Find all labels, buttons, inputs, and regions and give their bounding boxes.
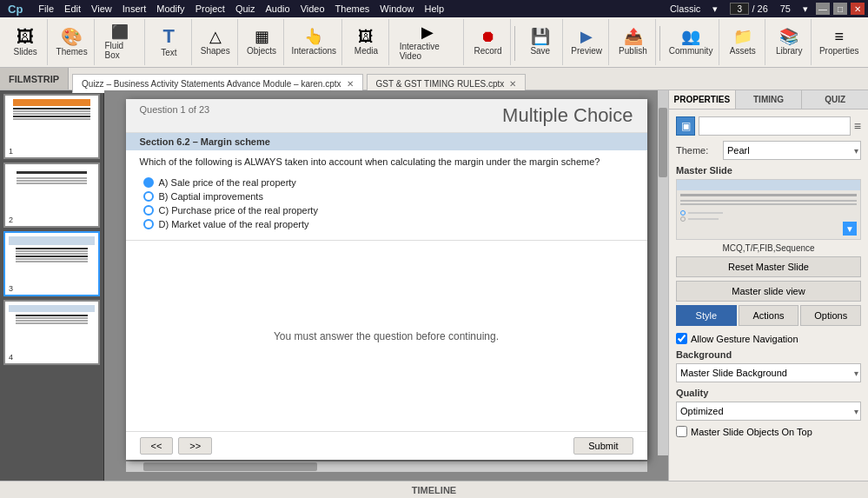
toolbar-group-preview: ▶ Preview bbox=[565, 19, 609, 65]
library-button[interactable]: 📚 Library bbox=[770, 27, 808, 57]
page-indicator-text: / 26 bbox=[726, 2, 772, 16]
menu-project[interactable]: Project bbox=[191, 3, 229, 15]
nav-prev-button[interactable]: << bbox=[140, 437, 174, 455]
menu-file[interactable]: File bbox=[34, 3, 58, 15]
slide-name-input[interactable] bbox=[699, 116, 851, 136]
style-actions-row: Style Actions Options bbox=[676, 305, 861, 326]
tab-quiz[interactable]: QUIZ bbox=[802, 90, 868, 109]
text-button[interactable]: T Text bbox=[149, 25, 188, 59]
objects-label: Objects bbox=[247, 46, 276, 56]
master-slide-objects-top-label: Master Slide Objects On Top bbox=[691, 427, 812, 437]
vertical-scrollbar-thumb[interactable] bbox=[659, 108, 667, 177]
menu-edit[interactable]: Edit bbox=[60, 3, 85, 15]
slide-option-b[interactable]: B) Captial improvements bbox=[143, 191, 630, 202]
filmstrip-slide-2[interactable]: 2 bbox=[3, 163, 100, 228]
menu-window[interactable]: Window bbox=[375, 3, 418, 15]
window-controls: Classic ▾ / 26 75 ▾ — □ ✕ bbox=[666, 2, 865, 16]
doc-tab-quizz1-close[interactable]: ✕ bbox=[347, 79, 354, 89]
interactions-button[interactable]: 👆 Interactions bbox=[288, 27, 340, 57]
page-current-input[interactable] bbox=[730, 3, 749, 15]
menu-bar: Cp File Edit View Insert Modify Project … bbox=[0, 0, 868, 17]
record-button[interactable]: ⏺ Record bbox=[469, 27, 507, 57]
slide-message: You must answer the question before cont… bbox=[126, 240, 647, 431]
horizontal-scrollbar[interactable] bbox=[126, 461, 647, 472]
submit-button[interactable]: Submit bbox=[573, 437, 633, 455]
reset-master-slide-button[interactable]: Reset Master Slide bbox=[676, 256, 861, 277]
toolbar-separator-1 bbox=[514, 26, 515, 61]
themes-label: Themes bbox=[56, 47, 88, 56]
tab-timing[interactable]: TIMING bbox=[736, 90, 803, 109]
quality-section-label: Quality bbox=[676, 388, 861, 398]
filmstrip-slide-3[interactable]: 3 bbox=[3, 231, 100, 296]
panel-options-icon[interactable]: ≡ bbox=[854, 119, 861, 133]
assets-button[interactable]: 📁 Assets bbox=[724, 27, 762, 57]
rp-icon-row: ▣ ≡ bbox=[676, 116, 861, 136]
slide-number-4: 4 bbox=[7, 353, 15, 362]
interactions-label: Interactions bbox=[291, 46, 336, 56]
radio-b[interactable] bbox=[143, 191, 154, 202]
menu-modify[interactable]: Modify bbox=[152, 3, 189, 15]
background-row: Master Slide Background ▾ bbox=[676, 363, 861, 382]
question-info: Question 1 of 23 bbox=[140, 104, 210, 115]
media-button[interactable]: 🖼 Media bbox=[347, 27, 385, 57]
menu-help[interactable]: Help bbox=[420, 3, 448, 15]
community-button[interactable]: 👥 Community bbox=[666, 27, 717, 57]
toolbar-group-community: 👥 Community bbox=[664, 19, 719, 65]
slide-header: Question 1 of 23 Multiple Choice bbox=[126, 99, 647, 133]
library-label: Library bbox=[776, 46, 803, 56]
save-button[interactable]: 💾 Save bbox=[521, 27, 560, 57]
nav-next-button[interactable]: >> bbox=[178, 437, 212, 455]
slide-option-d[interactable]: D) Market value of the real property bbox=[143, 219, 630, 229]
interactive-video-button[interactable]: ▶ Interactive Video bbox=[396, 23, 459, 63]
style-tab-options[interactable]: Options bbox=[800, 305, 861, 326]
quality-select[interactable]: Optimized bbox=[676, 402, 861, 421]
library-icon: 📚 bbox=[779, 29, 798, 44]
maximize-button[interactable]: □ bbox=[833, 3, 847, 15]
canvas-area: Question 1 of 23 Multiple Choice Section… bbox=[104, 90, 668, 481]
radio-a[interactable] bbox=[143, 177, 154, 188]
filmstrip-slide-1[interactable]: 1 bbox=[3, 94, 100, 159]
menu-themes[interactable]: Themes bbox=[331, 3, 374, 15]
style-tab-style[interactable]: Style bbox=[676, 305, 737, 326]
slides-button[interactable]: 🖼 Slides bbox=[6, 26, 44, 58]
theme-select[interactable]: Pearl bbox=[723, 141, 861, 160]
publish-icon: 📤 bbox=[624, 29, 643, 44]
mode-dropdown-icon[interactable]: ▾ bbox=[708, 3, 722, 16]
zoom-dropdown-icon[interactable]: ▾ bbox=[798, 3, 812, 16]
radio-c[interactable] bbox=[143, 205, 154, 216]
close-button[interactable]: ✕ bbox=[851, 3, 865, 15]
objects-button[interactable]: ▦ Objects bbox=[242, 27, 281, 57]
slide-option-c[interactable]: C) Purchase price of the real property bbox=[143, 205, 630, 216]
themes-button[interactable]: 🎨 Themes bbox=[53, 26, 91, 58]
menu-view[interactable]: View bbox=[87, 3, 116, 15]
menu-quiz[interactable]: Quiz bbox=[231, 3, 260, 15]
menu-insert[interactable]: Insert bbox=[118, 3, 151, 15]
community-label: Community bbox=[669, 46, 713, 56]
horizontal-scrollbar-thumb[interactable] bbox=[143, 462, 317, 471]
style-tab-actions[interactable]: Actions bbox=[739, 305, 799, 326]
master-slide-objects-top-checkbox[interactable] bbox=[676, 426, 687, 437]
properties-button[interactable]: ≡ Properties bbox=[816, 27, 863, 57]
publish-button[interactable]: 📤 Publish bbox=[614, 27, 653, 57]
menu-audio[interactable]: Audio bbox=[262, 3, 295, 15]
vertical-scrollbar[interactable] bbox=[658, 90, 668, 455]
background-select[interactable]: Master Slide Background bbox=[676, 363, 861, 382]
record-icon: ⏺ bbox=[480, 29, 496, 44]
filmstrip-tab[interactable]: FILMSTRIP bbox=[0, 68, 69, 90]
fluidbox-button[interactable]: ⬛ Fluid Box bbox=[101, 23, 139, 62]
tab-properties[interactable]: PROPERTIES bbox=[669, 90, 736, 109]
allow-gesture-nav-checkbox[interactable] bbox=[676, 333, 687, 344]
filmstrip-slide-4[interactable]: 4 bbox=[3, 300, 100, 365]
filmstrip-panel: 1 2 bbox=[0, 90, 104, 481]
master-slide-view-button[interactable]: Master slide view bbox=[676, 281, 861, 302]
doc-tab-gst-close[interactable]: ✕ bbox=[509, 79, 516, 89]
radio-d[interactable] bbox=[143, 219, 154, 229]
minimize-button[interactable]: — bbox=[816, 3, 830, 15]
toolbar-group-themes: 🎨 Themes bbox=[50, 19, 94, 65]
menu-video[interactable]: Video bbox=[296, 3, 329, 15]
slide-type-icon: ▣ bbox=[676, 116, 695, 136]
shapes-button[interactable]: △ Shapes bbox=[196, 27, 235, 57]
master-slide-nav-arrow[interactable]: ▼ bbox=[843, 222, 857, 236]
slide-option-a[interactable]: A) Sale price of the real property bbox=[143, 177, 630, 188]
preview-button[interactable]: ▶ Preview bbox=[567, 27, 606, 57]
